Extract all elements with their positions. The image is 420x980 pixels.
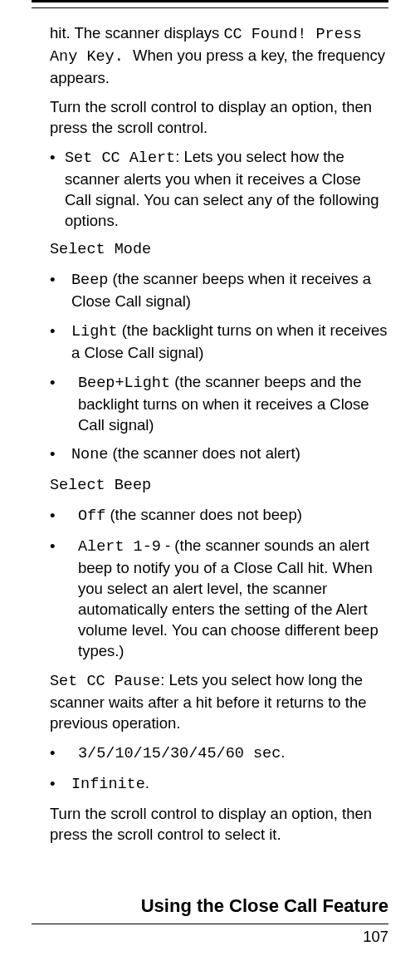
page-number: 107: [32, 928, 388, 946]
select-beep-heading: Select Beep: [50, 476, 388, 497]
bullet-body: Set CC Alert: Lets you select how the sc…: [65, 147, 388, 232]
bullet-off: • Off (the scanner does not beep): [50, 505, 388, 527]
bullet-marker: •: [50, 321, 65, 364]
body-content: hit. The scanner displays CC Found! Pres…: [32, 23, 388, 845]
bullet-body: Alert 1-9 - (the scanner sounds an alert…: [65, 536, 388, 662]
code-text: Set CC Alert: [65, 149, 175, 167]
bullet-seconds: • 3/5/10/15/30/45/60 sec.: [50, 742, 388, 765]
bullet-body: Infinite.: [65, 773, 388, 796]
bullet-marker: •: [50, 269, 65, 312]
text: hit. The scanner displays: [50, 24, 223, 42]
bullet-marker: •: [50, 773, 65, 796]
intro-para-2: Turn the scroll control to display an op…: [50, 97, 388, 139]
code-text: Beep: [71, 272, 108, 289]
bullet-none: • None (the scanner does not alert): [50, 443, 388, 466]
code-text: None: [71, 446, 108, 463]
text: (the scanner does not alert): [108, 444, 300, 462]
bullet-marker: •: [50, 443, 65, 466]
text: .: [145, 774, 149, 791]
code-text: Off: [78, 507, 105, 525]
turn-scroll-para: Turn the scroll control to display an op…: [50, 804, 388, 845]
rule-top-thick: [32, 0, 388, 2]
set-cc-pause-para: Set CC Pause: Lets you select how long t…: [50, 670, 388, 734]
page: hit. The scanner displays CC Found! Pres…: [0, 0, 420, 963]
bullet-body: Off (the scanner does not beep): [65, 505, 388, 527]
rule-bottom: [32, 924, 388, 924]
code-text: Infinite: [71, 776, 145, 793]
bullet-beep: • Beep (the scanner beeps when it receiv…: [50, 269, 388, 312]
bullet-light: • Light (the backlight turns on when it …: [50, 321, 388, 364]
bullet-marker: •: [50, 147, 65, 232]
bullet-marker: •: [50, 372, 65, 436]
code-text: 3/5/10/15/30/45/60 sec: [78, 745, 281, 762]
bullet-infinite: • Infinite.: [50, 773, 388, 796]
bullet-marker: •: [50, 505, 65, 527]
select-mode-heading: Select Mode: [50, 240, 388, 261]
rule-top-thin: [32, 7, 388, 8]
code-text: Set CC Pause: [50, 673, 160, 690]
bullet-body: Light (the backlight turns on when it re…: [65, 321, 388, 364]
code-text: Alert 1-9: [78, 538, 161, 556]
bullet-body: 3/5/10/15/30/45/60 sec.: [65, 742, 388, 765]
section-title: Using the Close Call Feature: [32, 895, 388, 917]
code-text: Light: [71, 323, 118, 341]
bullet-body: None (the scanner does not alert): [65, 443, 388, 466]
bullet-marker: •: [50, 536, 65, 662]
bullet-body: Beep (the scanner beeps when it receives…: [65, 269, 388, 312]
bullet-body: Beep+Light (the scanner beeps and the ba…: [65, 372, 388, 436]
bullet-beeplight: • Beep+Light (the scanner beeps and the …: [50, 372, 388, 436]
bullet-set-cc-alert: • Set CC Alert: Lets you select how the …: [50, 147, 388, 232]
text: (the backlight turns on when it receives…: [71, 321, 387, 361]
intro-para-1: hit. The scanner displays CC Found! Pres…: [50, 23, 388, 89]
bullet-alert: • Alert 1-9 - (the scanner sounds an ale…: [50, 536, 388, 662]
text: .: [281, 743, 285, 761]
text: (the scanner beeps when it receives a Cl…: [71, 270, 371, 310]
text: (the scanner does not beep): [105, 506, 302, 523]
code-text: Beep+Light: [78, 375, 170, 392]
bullet-marker: •: [50, 742, 65, 765]
